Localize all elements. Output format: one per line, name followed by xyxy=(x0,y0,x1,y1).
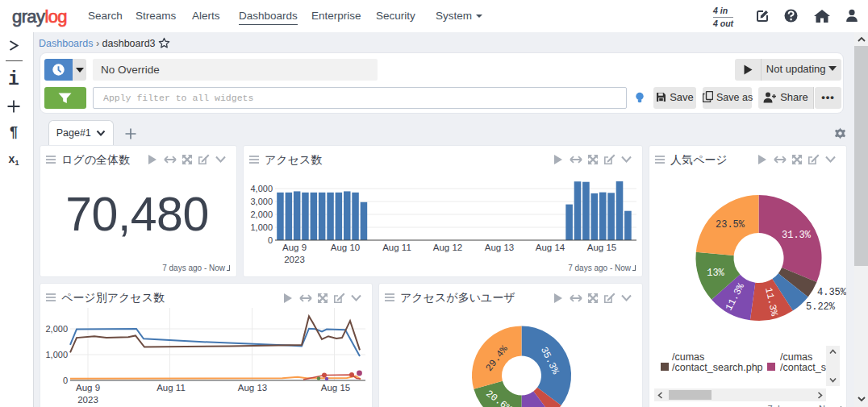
svg-text:Aug 9: Aug 9 xyxy=(282,243,307,252)
svg-text:Aug 13: Aug 13 xyxy=(238,383,267,392)
svg-text:0: 0 xyxy=(268,235,273,245)
svg-text:4,000: 4,000 xyxy=(250,184,273,193)
svg-text:1,000: 1,000 xyxy=(250,222,273,232)
svg-text:Aug 12: Aug 12 xyxy=(433,243,462,252)
svg-text:2023: 2023 xyxy=(77,395,98,405)
svg-text:Aug 15: Aug 15 xyxy=(321,383,350,392)
svg-text:Aug 11: Aug 11 xyxy=(156,383,186,392)
svg-text:0: 0 xyxy=(63,376,68,385)
svg-text:Aug 14: Aug 14 xyxy=(536,243,565,252)
svg-text:Aug 15: Aug 15 xyxy=(587,243,616,252)
svg-text:4.35%: 4.35% xyxy=(817,287,847,298)
svg-text:Aug 11: Aug 11 xyxy=(382,243,411,252)
svg-text:1,000: 1,000 xyxy=(45,350,68,359)
svg-text:2,000: 2,000 xyxy=(45,324,68,334)
svg-text:23.5%: 23.5% xyxy=(716,219,745,230)
svg-text:Aug 10: Aug 10 xyxy=(331,243,360,252)
svg-text:Aug 9: Aug 9 xyxy=(76,383,100,392)
svg-text:3,000: 3,000 xyxy=(250,197,273,206)
svg-text:13%: 13% xyxy=(707,268,724,279)
svg-text:Aug 13: Aug 13 xyxy=(485,243,514,252)
svg-text:5.22%: 5.22% xyxy=(806,301,836,313)
svg-text:2023: 2023 xyxy=(284,255,305,264)
svg-text:31.3%: 31.3% xyxy=(782,230,812,241)
svg-text:2,000: 2,000 xyxy=(250,210,273,219)
